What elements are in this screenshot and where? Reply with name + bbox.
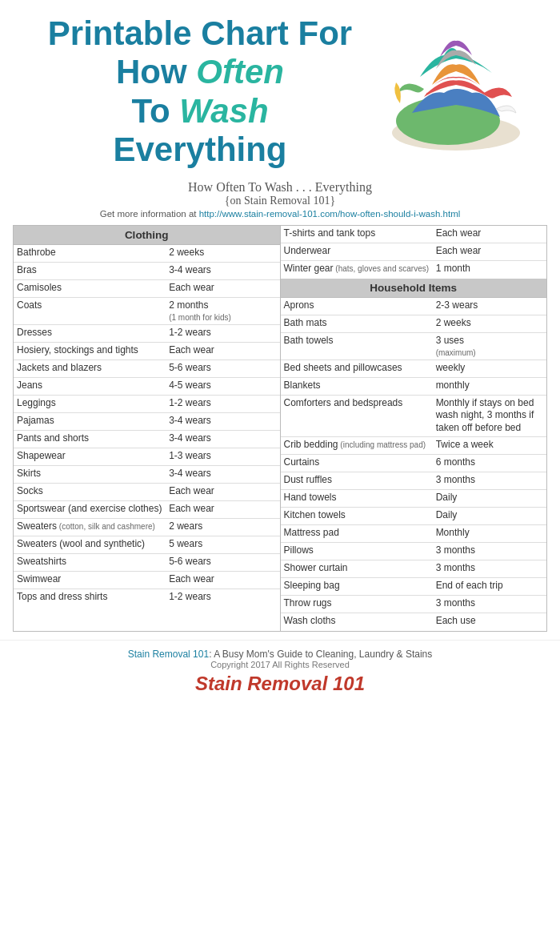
item-name: Pillows	[284, 544, 436, 557]
item-name: Curtains	[284, 456, 436, 469]
item-name: Winter gear (hats, gloves and scarves)	[284, 263, 436, 275]
household-column: T-shirts and tank topsEach wearUnderwear…	[280, 225, 548, 631]
item-name: Pants and shorts	[17, 432, 169, 445]
item-name: Hosiery, stockings and tights	[17, 344, 169, 357]
item-frequency: Daily	[436, 509, 543, 522]
item-frequency: 1-3 wears	[169, 450, 276, 463]
item-name: T-shirts and tank tops	[284, 227, 436, 240]
table-row: Sleeping bagEnd of each trip	[281, 578, 547, 596]
item-frequency: Each wear	[436, 245, 543, 258]
table-row: Jeans4-5 wears	[14, 378, 280, 396]
item-name: Sportswear (and exercise clothes)	[17, 503, 169, 516]
table-row: Throw rugs3 months	[281, 596, 547, 613]
table-row: Sweaters (cotton, silk and cashmere)2 we…	[14, 519, 280, 536]
item-name: Socks	[17, 485, 169, 498]
item-name: Jeans	[17, 380, 169, 392]
table-row: Aprons2-3 wears	[281, 298, 547, 315]
clothing-header: Clothing	[14, 226, 280, 245]
item-name: Tops and dress shirts	[17, 591, 169, 604]
item-name: Bath mats	[284, 317, 436, 330]
table-row: Tops and dress shirts1-2 wears	[14, 589, 280, 607]
table-row: Winter gear (hats, gloves and scarves)1 …	[281, 261, 547, 279]
copyright-text: Copyright 2017 All Rights Reserved	[16, 660, 544, 669]
item-name: Swimwear	[17, 573, 169, 586]
clothing-column: Clothing Bathrobe2 weeksBras3-4 wearsCam…	[13, 225, 280, 631]
table-row: Coats2 months(1 month for kids)	[14, 298, 280, 325]
table-row: SwimwearEach wear	[14, 572, 280, 589]
item-name: Throw rugs	[284, 597, 436, 610]
item-frequency: Each wear	[169, 485, 276, 498]
table-row: Pants and shorts3-4 wears	[14, 431, 280, 448]
item-name: Aprons	[284, 299, 436, 312]
item-name: Skirts	[17, 468, 169, 480]
table-row: Bed sheets and pillowcasesweekly	[281, 360, 547, 378]
item-frequency: Each wear	[169, 573, 276, 586]
item-frequency: monthly	[436, 380, 543, 392]
table-row: Dresses1-2 wears	[14, 325, 280, 343]
table-row: Kitchen towelsDaily	[281, 508, 547, 525]
household-header: Household Items	[281, 279, 547, 298]
table-row: CamisolesEach wear	[14, 280, 280, 298]
url-line: Get more information at http://www.stain…	[16, 209, 544, 219]
item-frequency: Each use	[436, 615, 543, 628]
item-name: Sleeping bag	[284, 580, 436, 593]
table-row: Crib bedding (including mattress pad)Twi…	[281, 437, 547, 455]
item-name: Crib bedding (including mattress pad)	[284, 439, 436, 452]
table-row: Sportswear (and exercise clothes)Each we…	[14, 501, 280, 519]
item-name: Jackets and blazers	[17, 362, 169, 375]
clothes-pile-image	[376, 14, 536, 159]
item-frequency: Daily	[436, 492, 543, 504]
table-row: Wash clothsEach use	[281, 613, 547, 631]
item-name: Bed sheets and pillowcases	[284, 362, 436, 375]
item-name: Coats	[17, 299, 169, 312]
item-frequency: weekly	[436, 362, 543, 375]
item-frequency: 1-2 wears	[169, 327, 276, 339]
item-frequency: 5-6 wears	[169, 362, 276, 375]
item-frequency: 2 months(1 month for kids)	[169, 299, 276, 323]
table-row: Pillows3 months	[281, 543, 547, 560]
table-row: Mattress padMonthly	[281, 525, 547, 543]
table-row: Leggings1-2 wears	[14, 396, 280, 413]
table-row: Bathrobe2 weeks	[14, 245, 280, 263]
footer: Stain Removal 101: A Busy Mom's Guide to…	[0, 640, 560, 701]
item-name: Sweaters (cotton, silk and cashmere)	[17, 520, 169, 533]
item-name: Underwear	[284, 245, 436, 258]
item-frequency: Each wear	[169, 344, 276, 357]
item-name: Mattress pad	[284, 527, 436, 540]
item-frequency: 2 weeks	[169, 247, 276, 259]
subtitle-braces: {on Stain Removal 101}	[16, 195, 544, 207]
item-frequency: Monthly	[436, 527, 543, 540]
item-frequency: End of each trip	[436, 580, 543, 593]
table-row: Bras3-4 wears	[14, 263, 280, 280]
table-row: T-shirts and tank topsEach wear	[281, 226, 547, 243]
subtitle-main: How Often To Wash . . . Everything	[16, 180, 544, 195]
item-name: Hand towels	[284, 492, 436, 504]
item-name: Dresses	[17, 327, 169, 339]
item-name: Bathrobe	[17, 247, 169, 259]
item-frequency: 3-4 wears	[169, 432, 276, 445]
brand-name: Stain Removal 101	[16, 673, 544, 695]
title-line3: To Wash	[131, 92, 268, 130]
table-row: SocksEach wear	[14, 484, 280, 501]
table-row: Pajamas3-4 wears	[14, 413, 280, 431]
item-name: Sweatshirts	[17, 556, 169, 568]
footer-brand-link[interactable]: Stain Removal 101	[128, 649, 209, 660]
table-row: Sweatshirts5-6 wears	[14, 554, 280, 572]
table-row: Hosiery, stockings and tightsEach wear	[14, 343, 280, 360]
table-row: Dust ruffles3 months	[281, 472, 547, 490]
item-frequency: 3-4 wears	[169, 415, 276, 428]
item-frequency: 3 months	[436, 474, 543, 487]
item-frequency: Monthly if stays on bed wash night, 3 mo…	[436, 397, 543, 435]
table-row: Blanketsmonthly	[281, 378, 547, 396]
item-frequency: 3 months	[436, 562, 543, 575]
title-line1: Printable Chart For	[48, 14, 352, 52]
info-url[interactable]: http://www.stain-removal-101.com/how-oft…	[199, 209, 461, 219]
item-frequency: Each wear	[169, 503, 276, 516]
item-name: Kitchen towels	[284, 509, 436, 522]
item-frequency: Each wear	[169, 282, 276, 295]
item-name: Pajamas	[17, 415, 169, 428]
table-row: Bath mats2 weeks	[281, 315, 547, 333]
item-frequency: 5 wears	[169, 538, 276, 551]
item-frequency: 2 weeks	[436, 317, 543, 330]
table-row: Skirts3-4 wears	[14, 466, 280, 484]
